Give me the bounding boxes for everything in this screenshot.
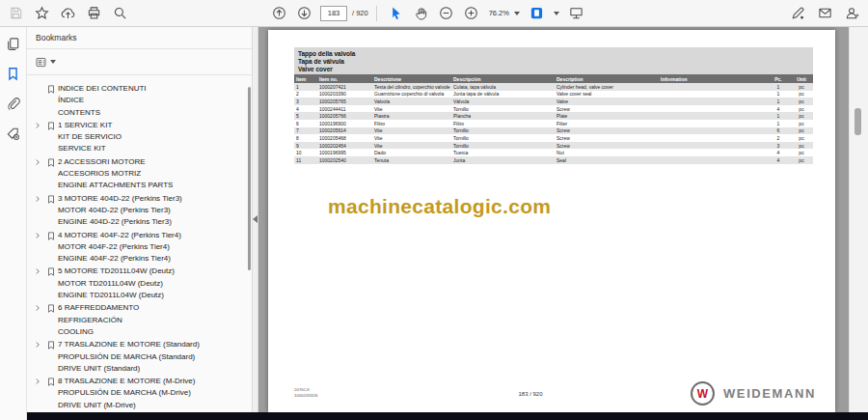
table-cell: Vite — [372, 143, 451, 149]
table-cell: 11 — [294, 157, 317, 163]
vertical-scrollbar[interactable] — [849, 27, 868, 412]
parts-table: ItemItem no.DescrizioneDescripciónDescri… — [294, 74, 813, 164]
table-cell: Seal — [555, 157, 659, 163]
bookmarks-options-button[interactable] — [35, 56, 60, 69]
table-cell: pc — [790, 98, 813, 104]
table-row: 111000202540TenutaJuntaSeal4pc — [294, 156, 813, 164]
chevron-right-icon[interactable] — [32, 230, 43, 266]
page-number-input[interactable] — [320, 6, 347, 21]
toolbar-right-group — [786, 0, 863, 26]
zoom-out-icon — [439, 6, 453, 20]
save-button[interactable] — [4, 3, 27, 24]
chevron-right-icon[interactable] — [32, 266, 43, 301]
bookmark-item[interactable]: 5 MOTORE TD2011L04W (Deutz)MOTOR TD2011L… — [32, 266, 252, 301]
bookmark-item[interactable]: 6 RAFFREDDAMENTOREFRIGERACIÓNCOOLING — [32, 302, 252, 338]
bookmarks-scrollbar-thumb[interactable] — [248, 87, 251, 270]
table-cell: Plate — [555, 113, 659, 119]
bookmark-item[interactable]: 4 MOTORE 404F-22 (Perkins Tier4)MOTOR 40… — [32, 230, 252, 266]
document-viewport[interactable]: Tappo della valvola Tapa de válvula Valv… — [258, 27, 849, 412]
table-cell: 6 — [294, 121, 317, 126]
bookmark-label: 7 TRASLAZIONE E MOTORE (Standard)PROPULS… — [58, 339, 200, 375]
bookmark-item[interactable]: 3 MOTORE 404D-22 (Perkins Tier3)MOTOR 40… — [32, 193, 252, 229]
vertical-scrollbar-thumb[interactable] — [854, 108, 861, 135]
table-cell: Culata, tapa válvula — [451, 84, 555, 90]
page-total-label: / 920 — [352, 9, 368, 17]
table-row: 101000196995DadoTuercaNut4pc — [294, 149, 813, 156]
section-title-es: Tapa de válvula — [298, 58, 813, 66]
table-cell: 1000205914 — [317, 127, 372, 133]
mail-button[interactable] — [813, 3, 836, 24]
bookmarks-icon — [6, 67, 20, 81]
next-page-button[interactable] — [292, 3, 315, 24]
star-button[interactable] — [30, 3, 53, 24]
table-cell: 4 — [767, 106, 790, 112]
zoom-in-icon — [464, 6, 478, 20]
table-cell: Junta — [451, 157, 555, 163]
star-icon — [35, 6, 49, 20]
options-icon — [35, 56, 47, 69]
share-button[interactable] — [56, 3, 79, 24]
page-thumbnails-button[interactable] — [4, 34, 23, 53]
chevron-right-icon[interactable] — [32, 156, 43, 192]
chevron-right-icon[interactable] — [32, 302, 43, 338]
bookmarks-tab-button[interactable] — [4, 64, 23, 83]
bookmark-item[interactable]: 2 ACCESSORI MOTOREACCESORIOS MOTRIZENGIN… — [32, 156, 252, 192]
zoom-out-button[interactable] — [435, 3, 458, 24]
weidemann-w: W — [697, 388, 708, 400]
table-cell: pc — [790, 135, 813, 141]
bookmark-item[interactable]: 1 SERVICE KITKIT DE SERVICIOSERVICE KIT — [32, 120, 252, 155]
table-cell: Vite — [372, 106, 451, 112]
table-header-cell: Information — [659, 76, 767, 82]
table-cell: 1000203390 — [317, 91, 372, 97]
toolbar-left-group — [4, 0, 131, 26]
zoom-level-value[interactable]: 76.2% — [489, 9, 509, 17]
table-cell: Screw — [555, 106, 659, 112]
bookmark-icon — [43, 193, 58, 229]
table-cell: 4 — [294, 106, 317, 112]
hand-tool-button[interactable] — [410, 3, 433, 24]
table-cell: 4 — [767, 150, 790, 155]
scrolling-view-button[interactable] — [565, 3, 588, 24]
search-button[interactable] — [108, 3, 131, 24]
chevron-right-icon[interactable] — [32, 120, 43, 155]
weidemann-emblem-icon: W — [691, 381, 715, 406]
table-cell: 1 — [767, 91, 790, 97]
table-cell: 1 — [767, 121, 790, 126]
hand-tool-icon — [414, 6, 428, 20]
zoom-in-button[interactable] — [460, 3, 483, 24]
bookmark-item[interactable]: 7 TRASLAZIONE E MOTORE (Standard)PROPULS… — [32, 339, 252, 375]
panel-collapse-handle[interactable] — [253, 27, 258, 412]
chevron-right-icon[interactable] — [32, 376, 43, 411]
chevron-right-icon[interactable] — [32, 339, 43, 375]
table-cell: pc — [790, 84, 813, 90]
page-view-button[interactable] — [526, 3, 549, 24]
bookmark-icon — [43, 376, 58, 411]
table-cell: 1000196900 — [317, 121, 372, 126]
table-header-cell: Item — [294, 76, 317, 82]
table-cell: Screw — [555, 127, 659, 133]
model-tree-button[interactable] — [4, 124, 23, 143]
bookmark-label: 8 TRASLAZIONE E MOTORE (M-Drive)PROPULSI… — [58, 376, 195, 411]
print-button[interactable] — [82, 3, 105, 24]
account-icon — [845, 6, 859, 20]
pdf-page: Tappo della valvola Tapa de válvula Valv… — [268, 30, 835, 412]
table-cell: Vite — [372, 127, 451, 133]
bookmark-item[interactable]: 8 TRASLAZIONE E MOTORE (M-Drive)PROPULSI… — [32, 376, 252, 411]
chevron-right-icon[interactable] — [32, 193, 43, 229]
collapse-left-icon[interactable] — [253, 215, 258, 223]
chevron-down-icon[interactable] — [554, 12, 559, 15]
table-cell: Dado — [372, 150, 451, 155]
attachments-button[interactable] — [4, 94, 23, 113]
save-icon — [9, 6, 23, 20]
previous-page-button[interactable] — [267, 3, 290, 24]
table-cell: Tornillo — [451, 143, 555, 149]
sign-button[interactable] — [786, 3, 809, 24]
table-cell: 1 — [767, 84, 790, 90]
close-panel-button[interactable] — [230, 31, 243, 44]
account-button[interactable] — [840, 3, 863, 24]
chevron-placeholder — [32, 83, 43, 119]
bookmark-item[interactable]: INDICE DEI CONTENUTIÍNDICECONTENTS — [32, 83, 252, 119]
table-cell: 6 — [767, 127, 790, 133]
chevron-down-icon[interactable] — [514, 12, 520, 15]
select-tool-button[interactable] — [385, 3, 408, 24]
